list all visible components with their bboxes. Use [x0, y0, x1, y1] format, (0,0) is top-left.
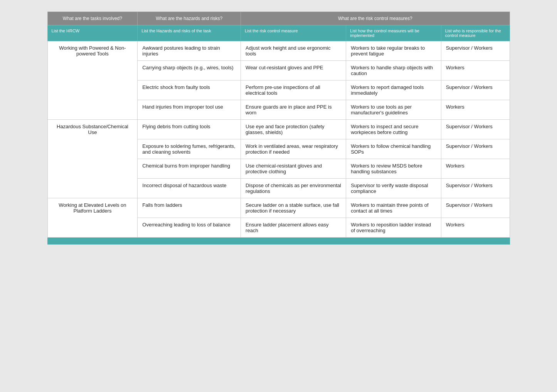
hazard-cell: Overreaching leading to loss of balance	[138, 218, 241, 238]
risk-table: What are the tasks involved? What are th…	[47, 12, 510, 238]
subheader-measure: List the risk control measure	[241, 25, 346, 41]
implementation-cell: Workers to maintain three points of cont…	[346, 198, 441, 218]
responsible-cell: Supervisor / Workers	[441, 198, 510, 218]
implementation-cell: Workers to reposition ladder instead of …	[346, 218, 441, 238]
control-measure-cell: Wear cut-resistant gloves and PPE	[241, 61, 346, 80]
header-controls: What are the risk control measures?	[241, 12, 510, 25]
control-measure-cell: Work in ventilated areas, wear respirato…	[241, 139, 346, 159]
table-row: Working with Powered & Non-powered Tools…	[47, 41, 510, 61]
hazard-cell: Carrying sharp objects (e.g., wires, too…	[138, 61, 241, 80]
header-tasks: What are the tasks involved?	[47, 12, 138, 25]
implementation-cell: Supervisor to verify waste disposal comp…	[346, 179, 441, 198]
subheader-hazards-list: List the Hazards and risks of the task	[138, 25, 241, 41]
implementation-cell: Workers to review MSDS before handling s…	[346, 159, 441, 179]
implementation-cell: Workers to follow chemical handling SOPs	[346, 139, 441, 159]
table-body: Working with Powered & Non-powered Tools…	[47, 41, 510, 238]
implementation-cell: Workers to report damaged tools immediat…	[346, 80, 441, 100]
hazard-cell: Exposure to soldering fumes, refrigerant…	[138, 139, 241, 159]
control-measure-cell: Perform pre-use inspections of all elect…	[241, 80, 346, 100]
responsible-cell: Supervisor / Workers	[441, 120, 510, 139]
hazard-cell: Flying debris from cutting tools	[138, 120, 241, 139]
task-cell: Working with Powered & Non-powered Tools	[47, 41, 138, 120]
hazard-cell: Electric shock from faulty tools	[138, 80, 241, 100]
hazard-cell: Hand injuries from improper tool use	[138, 100, 241, 120]
control-measure-cell: Ensure ladder placement allows easy reac…	[241, 218, 346, 238]
responsible-cell: Supervisor / Workers	[441, 41, 510, 61]
control-measure-cell: Secure ladder on a stable surface, use f…	[241, 198, 346, 218]
responsible-cell: Supervisor / Workers	[441, 139, 510, 159]
control-measure-cell: Use chemical-resistant gloves and protec…	[241, 159, 346, 179]
hazard-cell: Falls from ladders	[138, 198, 241, 218]
task-cell: Hazardous Substance/Chemical Use	[47, 120, 138, 198]
header-hazards: What are the hazards and risks?	[138, 12, 241, 25]
page-wrapper: What are the tasks involved? What are th…	[47, 12, 510, 245]
subheader-implementation: List how the control measures will be im…	[346, 25, 441, 41]
control-measure-cell: Use eye and face protection (safety glas…	[241, 120, 346, 139]
control-measure-cell: Adjust work height and use ergonomic too…	[241, 41, 346, 61]
responsible-cell: Workers	[441, 159, 510, 179]
responsible-cell: Supervisor / Workers	[441, 179, 510, 198]
bottom-bar	[47, 238, 510, 245]
hazard-cell: Incorrect disposal of hazardous waste	[138, 179, 241, 198]
hazard-cell: Chemical burns from improper handling	[138, 159, 241, 179]
responsible-cell: Supervisor / Workers	[441, 80, 510, 100]
table-row: Working at Elevated Levels on Platform L…	[47, 198, 510, 218]
responsible-cell: Workers	[441, 61, 510, 80]
subheader-hrcw: List the HRCW	[47, 25, 138, 41]
implementation-cell: Workers to take regular breaks to preven…	[346, 41, 441, 61]
implementation-cell: Workers to use tools as per manufacturer…	[346, 100, 441, 120]
control-measure-cell: Dispose of chemicals as per environmenta…	[241, 179, 346, 198]
control-measure-cell: Ensure guards are in place and PPE is wo…	[241, 100, 346, 120]
subheader-responsible: List who is responsible for the control …	[441, 25, 510, 41]
responsible-cell: Workers	[441, 218, 510, 238]
responsible-cell: Workers	[441, 100, 510, 120]
hazard-cell: Awkward postures leading to strain injur…	[138, 41, 241, 61]
subheader-row: List the HRCW List the Hazards and risks…	[47, 25, 510, 41]
implementation-cell: Workers to inspect and secure workpieces…	[346, 120, 441, 139]
header-row: What are the tasks involved? What are th…	[47, 12, 510, 25]
table-row: Hazardous Substance/Chemical UseFlying d…	[47, 120, 510, 139]
implementation-cell: Workers to handle sharp objects with cau…	[346, 61, 441, 80]
task-cell: Working at Elevated Levels on Platform L…	[47, 198, 138, 238]
